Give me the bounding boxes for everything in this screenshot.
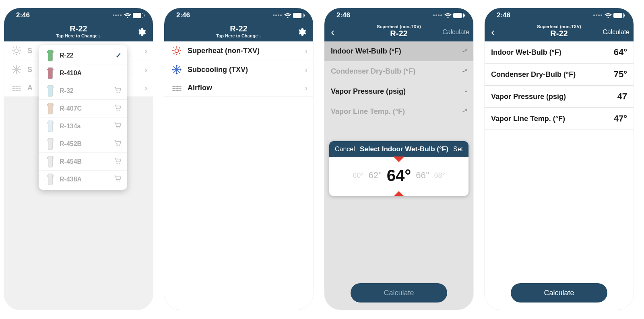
picker-option[interactable]: 60° — [353, 171, 363, 180]
snowflake-icon — [170, 64, 184, 75]
status-time: 2:46 — [16, 11, 30, 19]
input-condenser-dry-bulb[interactable]: Condenser Dry-Bulb (°F) 75° — [485, 64, 634, 86]
refrigerant-option[interactable]: R-410A — [39, 64, 127, 82]
calculate-button[interactable]: Calculate — [511, 283, 607, 303]
check-icon: ✓ — [116, 51, 122, 60]
sun-icon — [10, 45, 23, 56]
wifi-icon — [605, 12, 612, 18]
calculate-button[interactable]: Calculate — [351, 283, 447, 303]
sun-icon — [170, 45, 184, 56]
calculate-header-button[interactable]: Calculate — [603, 29, 630, 36]
cart-icon[interactable] — [114, 140, 122, 148]
cart-icon[interactable] — [114, 158, 122, 166]
gear-icon — [136, 27, 146, 37]
row-label: S — [27, 66, 32, 74]
cart-icon[interactable] — [114, 105, 122, 113]
status-time: 2:46 — [497, 11, 510, 19]
screen-input-picker: 2:46 ‹ Superheat (non-TXV) R-22 Calculat… — [324, 8, 473, 310]
input-indoor-wet-bulb[interactable]: Indoor Wet-Bulb (°F) 64° — [485, 41, 634, 64]
input-label: Vapor Line Temp. (°F) — [491, 115, 565, 123]
svg-point-2 — [119, 92, 120, 93]
picker-title: Select Indoor Wet-Bulb (°F) — [360, 145, 448, 153]
cylinder-icon — [44, 66, 56, 80]
refrigerant-option[interactable]: R-32 — [39, 82, 127, 100]
header-subtitle: Tap Here to Change ↓ — [168, 33, 309, 38]
battery-icon — [293, 13, 303, 18]
header-subtitle: Tap Here to Change ↓ — [8, 33, 149, 38]
statusbar: 2:46 — [485, 8, 634, 23]
refrigerant-option[interactable]: R-134a — [39, 117, 127, 135]
input-condenser-dry-bulb[interactable]: Condenser Dry-Bulb (°F) -° — [324, 62, 473, 82]
svg-point-3 — [116, 109, 118, 111]
settings-button[interactable] — [136, 27, 147, 37]
picker-option[interactable]: 68° — [434, 171, 445, 180]
chevron-right-icon: › — [144, 83, 147, 93]
screen-main-menu: 2:46 R-22 Tap Here to Change ↓ Superheat… — [164, 8, 313, 310]
cylinder-icon — [44, 84, 56, 98]
header[interactable]: R-22 Tap Here to Change ↓ — [164, 23, 313, 41]
arrow-down-icon — [393, 156, 405, 162]
refrigerant-option[interactable]: R-454B — [39, 153, 127, 171]
input-label: Indoor Wet-Bulb (°F) — [491, 48, 561, 57]
picker-toolbar: Cancel Select Indoor Wet-Bulb (°F) Set — [329, 141, 469, 157]
waves-icon — [10, 85, 23, 91]
picker-option[interactable]: 62° — [368, 170, 382, 181]
refrigerant-option[interactable]: R-407C — [39, 100, 127, 117]
refrigerant-option[interactable]: R-452B — [39, 135, 127, 153]
cylinder-icon — [44, 173, 56, 186]
cell-signal-icon — [113, 14, 122, 16]
input-vapor-pressure[interactable]: Vapor Pressure (psig) 47 — [485, 86, 634, 108]
wifi-icon — [444, 12, 452, 18]
row-airflow[interactable]: Airflow › — [164, 79, 313, 97]
input-value: 47° — [614, 113, 627, 124]
picker-wheel[interactable]: 60° 62° 64° 66° 68° — [329, 157, 469, 196]
refrigerant-name: R-407C — [60, 105, 82, 112]
svg-point-11 — [116, 181, 118, 182]
cell-signal-icon — [433, 14, 442, 16]
input-value: -° — [462, 107, 467, 116]
picker-option[interactable]: 66° — [416, 170, 429, 181]
header-title: R-22 — [168, 24, 309, 33]
input-vapor-line-temp[interactable]: Vapor Line Temp. (°F) -° — [324, 102, 473, 122]
chevron-right-icon: › — [305, 83, 308, 93]
picker-option-selected[interactable]: 64° — [387, 167, 411, 185]
cylinder-icon — [44, 155, 56, 169]
row-label: A — [27, 84, 33, 92]
svg-point-8 — [119, 145, 120, 146]
row-label: Airflow — [188, 84, 212, 92]
inputs-list: Indoor Wet-Bulb (°F) 64° Condenser Dry-B… — [485, 41, 634, 130]
picker-set-button[interactable]: Set — [453, 146, 463, 153]
refrigerant-option[interactable]: R-22✓ — [39, 47, 127, 64]
row-subcooling[interactable]: Subcooling (TXV) › — [164, 60, 313, 79]
refrigerant-option[interactable]: R-438A — [39, 171, 127, 188]
svg-point-1 — [116, 92, 118, 93]
cart-icon[interactable] — [114, 87, 122, 95]
refrigerant-dropdown[interactable]: R-22✓R-410AR-32R-407CR-134aR-452BR-454BR… — [39, 45, 127, 190]
input-vapor-line-temp[interactable]: Vapor Line Temp. (°F) 47° — [485, 108, 634, 130]
cylinder-icon — [44, 102, 56, 115]
picker-cancel-button[interactable]: Cancel — [335, 146, 355, 153]
header: ‹ Superheat (non-TXV) R-22 Calculate — [485, 23, 634, 41]
cart-icon[interactable] — [114, 122, 122, 130]
refrigerant-name: R-452B — [60, 140, 82, 148]
refrigerant-name: R-134a — [60, 123, 80, 130]
input-label: Condenser Dry-Bulb (°F) — [491, 70, 576, 79]
input-vapor-pressure[interactable]: Vapor Pressure (psig) - — [324, 82, 473, 102]
statusbar: 2:46 — [164, 8, 313, 23]
row-superheat[interactable]: Superheat (non-TXV) › — [164, 41, 313, 60]
waves-icon — [170, 85, 184, 91]
header[interactable]: R-22 Tap Here to Change ↓ — [4, 23, 153, 41]
battery-icon — [453, 13, 464, 18]
svg-point-4 — [119, 109, 120, 111]
battery-icon — [613, 13, 624, 18]
wifi-icon — [284, 12, 291, 18]
svg-point-10 — [119, 163, 120, 164]
input-indoor-wet-bulb[interactable]: Indoor Wet-Bulb (°F) -° — [324, 41, 473, 62]
svg-point-6 — [119, 127, 120, 128]
calculate-header-button[interactable]: Calculate — [442, 29, 469, 36]
cart-icon[interactable] — [114, 175, 122, 183]
input-label: Condenser Dry-Bulb (°F) — [331, 67, 415, 76]
row-label: Subcooling (TXV) — [188, 66, 248, 74]
status-time: 2:46 — [176, 11, 190, 19]
settings-button[interactable] — [296, 27, 307, 37]
